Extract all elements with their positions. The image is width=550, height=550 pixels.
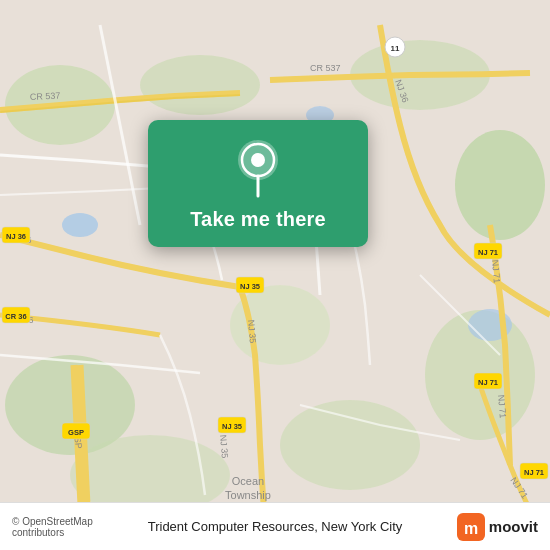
footer-bar: © OpenStreetMap contributors Trident Com… xyxy=(0,502,550,550)
svg-text:Township: Township xyxy=(225,489,271,501)
moovit-icon: m xyxy=(457,513,485,541)
svg-text:NJ 36: NJ 36 xyxy=(6,232,26,241)
svg-text:CR 537: CR 537 xyxy=(310,63,341,73)
svg-text:11: 11 xyxy=(391,44,400,53)
svg-text:NJ 71: NJ 71 xyxy=(478,378,498,387)
take-me-there-button[interactable]: Take me there xyxy=(148,120,368,247)
svg-text:NJ 35: NJ 35 xyxy=(240,282,260,291)
location-pin-icon xyxy=(233,138,283,198)
svg-text:NJ 71: NJ 71 xyxy=(496,394,508,418)
svg-text:NJ 71: NJ 71 xyxy=(524,468,544,477)
svg-point-2 xyxy=(140,55,260,115)
svg-text:CR 36: CR 36 xyxy=(5,312,26,321)
map-container: CR 537 CR 537 NJ 36 NJ 36 NJ 35 NJ 35 NJ… xyxy=(0,0,550,550)
svg-text:CR 537: CR 537 xyxy=(30,90,61,102)
svg-text:GSP: GSP xyxy=(68,428,84,437)
svg-point-4 xyxy=(455,130,545,240)
svg-text:NJ 71: NJ 71 xyxy=(490,259,502,283)
svg-text:NJ 35: NJ 35 xyxy=(222,422,242,431)
moovit-text: moovit xyxy=(489,518,538,535)
svg-text:NJ 35: NJ 35 xyxy=(246,319,258,343)
svg-text:m: m xyxy=(464,520,478,537)
svg-text:NJ 35: NJ 35 xyxy=(218,434,230,458)
take-me-there-label: Take me there xyxy=(190,208,326,231)
svg-point-8 xyxy=(280,400,420,490)
osm-credit: © OpenStreetMap contributors xyxy=(12,516,144,538)
svg-point-46 xyxy=(251,153,265,167)
map-background: CR 537 CR 537 NJ 36 NJ 36 NJ 35 NJ 35 NJ… xyxy=(0,0,550,550)
svg-point-10 xyxy=(62,213,98,237)
svg-text:NJ 71: NJ 71 xyxy=(478,248,498,257)
location-label: Trident Computer Resources, New York Cit… xyxy=(144,519,407,534)
moovit-logo: m moovit xyxy=(407,513,539,541)
svg-text:Ocean: Ocean xyxy=(232,475,264,487)
